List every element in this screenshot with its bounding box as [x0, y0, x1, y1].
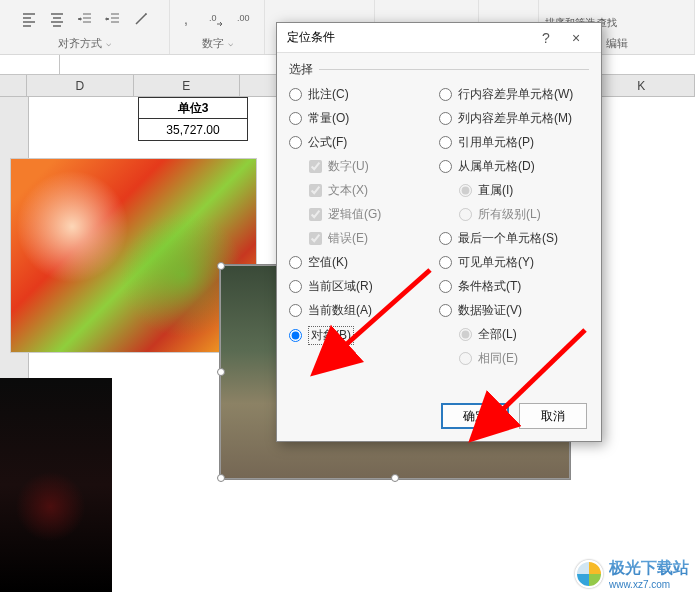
align-center-icon[interactable] [46, 8, 68, 30]
col-header-E[interactable]: E [134, 75, 240, 96]
dialog-launcher-icon[interactable]: ⌵ [228, 38, 233, 48]
radio-all: 全部(L) [459, 326, 589, 343]
ribbon-group-number: , .0 .00 数字⌵ [170, 0, 265, 54]
ribbon-group-align: 对齐方式⌵ [0, 0, 170, 54]
col-header-D[interactable]: D [27, 75, 133, 96]
increase-decimal-icon[interactable]: .00 [234, 8, 256, 30]
close-icon[interactable]: × [561, 23, 591, 53]
watermark-logo-icon [575, 560, 603, 588]
svg-text:.0: .0 [209, 13, 217, 23]
radio-visible[interactable]: 可见单元格(Y) [439, 254, 589, 271]
check-numbers: 数字(U) [309, 158, 439, 175]
radio-formulas[interactable]: 公式(F) [289, 134, 439, 151]
radio-col-diff[interactable]: 列内容差异单元格(M) [439, 110, 589, 127]
resize-handle[interactable] [217, 474, 225, 482]
dialog-launcher-icon[interactable]: ⌵ [106, 38, 111, 48]
help-icon[interactable]: ? [531, 23, 561, 53]
select-label: 选择 [289, 61, 313, 78]
ok-button[interactable]: 确定 [441, 403, 509, 429]
radio-current-array[interactable]: 当前数组(A) [289, 302, 439, 319]
align-left-icon[interactable] [18, 8, 40, 30]
check-text: 文本(X) [309, 182, 439, 199]
indent-increase-icon[interactable] [102, 8, 124, 30]
resize-handle[interactable] [217, 368, 225, 376]
name-box[interactable] [0, 55, 60, 74]
orientation-icon[interactable] [130, 8, 152, 30]
radio-cond-fmt[interactable]: 条件格式(T) [439, 278, 589, 295]
radio-all-levels: 所有级别(L) [459, 206, 589, 223]
col-header-K[interactable]: K [589, 75, 695, 96]
radio-current-region[interactable]: 当前区域(R) [289, 278, 439, 295]
radio-blanks[interactable]: 空值(K) [289, 254, 439, 271]
ribbon-group-edit-label: 编辑 [606, 36, 628, 51]
ribbon-group-align-label: 对齐方式 [58, 36, 102, 51]
check-errors: 错误(E) [309, 230, 439, 247]
svg-text:.00: .00 [237, 13, 250, 23]
goto-special-dialog: 定位条件 ? × 选择 批注(C) 常量(O) 公式(F) 数字(U) 文本(X… [276, 22, 602, 442]
dialog-title: 定位条件 [287, 29, 531, 46]
indent-decrease-icon[interactable] [74, 8, 96, 30]
embedded-image-dark[interactable] [0, 378, 112, 592]
cancel-button[interactable]: 取消 [519, 403, 587, 429]
dialog-titlebar[interactable]: 定位条件 ? × [277, 23, 601, 53]
cell-header-unit3[interactable]: 单位3 [138, 97, 248, 119]
radio-data-val[interactable]: 数据验证(V) [439, 302, 589, 319]
ribbon-group-number-label: 数字 [202, 36, 224, 51]
radio-objects[interactable]: 对象(B) [289, 326, 439, 345]
radio-row-diff[interactable]: 行内容差异单元格(W) [439, 86, 589, 103]
watermark-url: www.xz7.com [609, 579, 689, 590]
radio-constants[interactable]: 常量(O) [289, 110, 439, 127]
comma-style-icon[interactable]: , [178, 8, 200, 30]
watermark: 极光下载站 www.xz7.com [575, 558, 689, 590]
radio-same: 相同(E) [459, 350, 589, 367]
resize-handle[interactable] [217, 262, 225, 270]
radio-direct: 直属(I) [459, 182, 589, 199]
check-logic: 逻辑值(G) [309, 206, 439, 223]
watermark-name: 极光下载站 [609, 558, 689, 579]
decrease-decimal-icon[interactable]: .0 [206, 8, 228, 30]
resize-handle[interactable] [391, 474, 399, 482]
radio-last-cell[interactable]: 最后一个单元格(S) [439, 230, 589, 247]
radio-dependents[interactable]: 从属单元格(D) [439, 158, 589, 175]
cell-value-unit3[interactable]: 35,727.00 [138, 119, 248, 141]
radio-precedents[interactable]: 引用单元格(P) [439, 134, 589, 151]
radio-notes[interactable]: 批注(C) [289, 86, 439, 103]
svg-text:,: , [184, 11, 188, 27]
